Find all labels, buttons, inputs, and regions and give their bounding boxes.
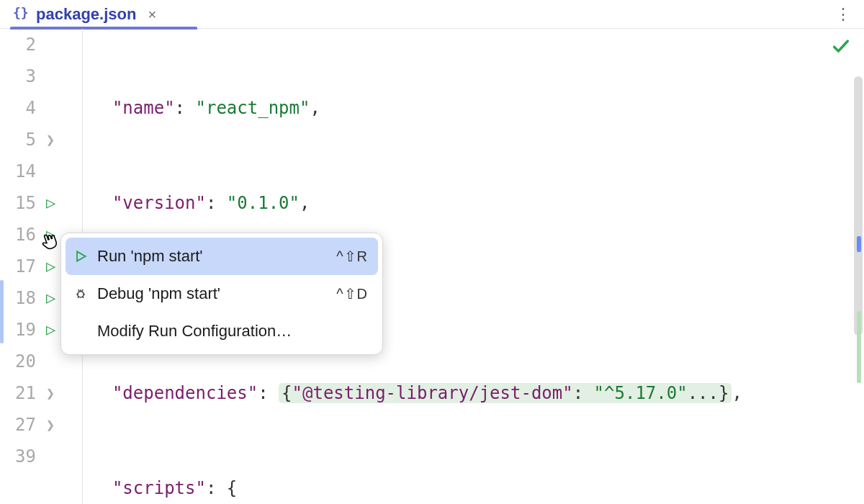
line-number: 4 (0, 92, 36, 124)
line-number-gutter: 2 3 4 5 14 15 16 17 18 19 20 21 27 39 (0, 29, 42, 504)
folded-region[interactable]: {"@testing-library/jest-dom": "^5.17.0".… (279, 383, 732, 403)
menu-item-modify[interactable]: · Modify Run Configuration… (66, 312, 378, 350)
bug-icon (73, 287, 89, 301)
scrollbar-overview[interactable] (854, 29, 863, 504)
menu-item-run[interactable]: Run 'npm start' ^⇧R (66, 238, 378, 275)
line-number: 15 (0, 187, 36, 219)
run-gutter-icon[interactable]: ▷ (46, 290, 55, 306)
code-line: "version": "0.1.0", (91, 187, 864, 219)
line-number: 19 (0, 314, 36, 346)
line-number: 16 (0, 219, 36, 251)
menu-shortcut: ^⇧D (336, 285, 368, 302)
menu-label: Modify Run Configuration… (97, 322, 368, 341)
overview-mark[interactable] (857, 311, 861, 383)
scrollbar-thumb[interactable] (854, 76, 863, 336)
code-line: "scripts": { (91, 472, 864, 504)
tab-menu-kebab-icon[interactable]: ⋮ (835, 6, 851, 22)
line-number: 18 (0, 282, 36, 314)
line-number: 3 (0, 60, 36, 92)
svg-text:{}: {} (13, 5, 29, 20)
code-line: "name": "react_npm", (91, 92, 864, 124)
svg-marker-1 (77, 251, 86, 261)
json-file-icon: {} (13, 5, 29, 24)
menu-label: Run 'npm start' (97, 247, 328, 266)
tab-bar: {} package.json × ⋮ (0, 0, 864, 29)
line-number: 17 (0, 251, 36, 282)
run-gutter-icon[interactable]: ▷ (46, 258, 55, 274)
chevron-right-icon[interactable]: ❯ (46, 386, 55, 400)
menu-shortcut: ^⇧R (336, 248, 368, 265)
run-gutter-icon[interactable]: ▷ (46, 322, 55, 338)
line-number: 39 (0, 441, 36, 472)
line-number: 21 (0, 377, 36, 409)
chevron-right-icon[interactable]: ❯ (46, 418, 55, 432)
chevron-right-icon[interactable]: ❯ (46, 132, 55, 147)
line-number: 5 (0, 124, 36, 156)
close-icon[interactable]: × (148, 7, 156, 22)
code-line: "dependencies": {"@testing-library/jest-… (91, 377, 864, 409)
context-menu: Run 'npm start' ^⇧R Debug 'npm start' ^⇧… (60, 233, 383, 355)
line-number: 27 (0, 409, 36, 441)
line-number: 14 (0, 156, 36, 187)
run-gutter-icon[interactable]: ▷ (46, 195, 55, 211)
tab-package-json[interactable]: {} package.json × (10, 0, 161, 29)
line-number: 2 (0, 29, 36, 60)
menu-item-debug[interactable]: Debug 'npm start' ^⇧D (66, 275, 378, 312)
play-icon (73, 249, 89, 264)
menu-label: Debug 'npm start' (97, 284, 328, 303)
tab-title: package.json (36, 5, 136, 24)
overview-mark[interactable] (857, 236, 861, 252)
line-number: 20 (0, 346, 36, 377)
